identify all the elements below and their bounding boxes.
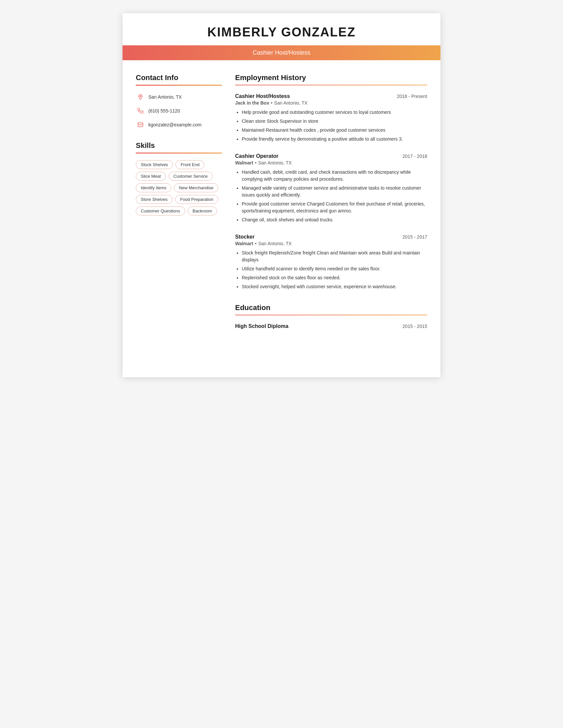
job-bullets-list: Stock freight Replenish/Zone freight Cle… (235, 250, 427, 290)
job-bullet: Replenished stock on the sales floor as … (242, 274, 427, 281)
resume-body: Contact Info San Antonio, TX (122, 60, 441, 329)
employment-section: Employment History Cashier Host/Hostess2… (235, 73, 427, 290)
sidebar: Contact Info San Antonio, TX (136, 73, 222, 329)
employment-divider (235, 85, 427, 85)
email-text: kgonzalez@example.com (148, 122, 202, 127)
contact-section: Contact Info San Antonio, TX (136, 73, 222, 129)
job-bullets-list: Help provide good and outstanding custom… (235, 109, 427, 143)
job-entry: Cashier Operator2017 - 2018Walmart•San A… (235, 153, 427, 223)
location-icon (136, 92, 145, 102)
education-section: Education High School Diploma2015 - 2015 (235, 303, 427, 329)
skill-tag: Front End (175, 160, 204, 169)
job-entry: Cashier Host/Hostess2018 - PresentJack i… (235, 93, 427, 143)
job-header: Stocker2015 - 2017 (235, 234, 427, 240)
contact-section-title: Contact Info (136, 73, 222, 82)
employment-section-title: Employment History (235, 73, 427, 82)
location-text: San Antonio, TX (148, 94, 182, 100)
job-title: Stocker (235, 234, 255, 240)
skills-divider (136, 153, 222, 154)
skill-tag: Store Shelves (136, 195, 172, 204)
resume-header: KIMBERLY GONZALEZ (122, 13, 441, 39)
education-divider (235, 315, 427, 315)
skill-tag: Backroom (188, 206, 217, 215)
phone-icon (136, 106, 145, 115)
skill-tag: Food Preparation (175, 195, 218, 204)
skill-tag: Identify Items (136, 183, 171, 192)
job-company: Jack in the Box•San Antonio, TX (235, 100, 427, 106)
job-title: Cashier Operator (235, 153, 278, 159)
skills-tags-container: Stock ShelvesFront EndSlice MeatCustomer… (136, 160, 222, 215)
skill-tag: Slice Meat (136, 172, 166, 181)
phone-text: (610) 555-1120 (148, 108, 180, 114)
skill-tag: New Merchandise (174, 183, 218, 192)
job-bullet: Help provide good and outstanding custom… (242, 109, 427, 116)
job-bullets-list: Handled cash, debit, credit card, and ch… (235, 169, 427, 223)
jobs-container: Cashier Host/Hostess2018 - PresentJack i… (235, 93, 427, 290)
job-bullet: Utilize handheld scanner to identify ite… (242, 265, 427, 272)
job-dates: 2017 - 2018 (402, 154, 427, 159)
education-degree: High School Diploma (235, 323, 289, 329)
main-content: Employment History Cashier Host/Hostess2… (235, 73, 427, 329)
skills-section: Skills Stock ShelvesFront EndSlice MeatC… (136, 141, 222, 215)
contact-email: kgonzalez@example.com (136, 120, 222, 129)
education-entry: High School Diploma2015 - 2015 (235, 323, 427, 329)
job-header: Cashier Operator2017 - 2018 (235, 153, 427, 159)
job-bullet: Handled cash, debit, credit card, and ch… (242, 169, 427, 183)
skill-tag: Customer Questions (136, 206, 185, 215)
job-entry: Stocker2015 - 2017Walmart•San Antonio, T… (235, 234, 427, 290)
job-header: Cashier Host/Hostess2018 - Present (235, 93, 427, 99)
education-container: High School Diploma2015 - 2015 (235, 323, 427, 329)
svg-rect-1 (138, 123, 143, 127)
job-dates: 2018 - Present (397, 94, 427, 99)
contact-divider (136, 85, 222, 86)
education-dates: 2015 - 2015 (402, 324, 427, 329)
candidate-name: KIMBERLY GONZALEZ (136, 25, 427, 39)
contact-phone: (610) 555-1120 (136, 106, 222, 115)
job-dates: 2015 - 2017 (402, 234, 427, 240)
job-bullet: Provide good customer service Charged Cu… (242, 201, 427, 214)
svg-point-0 (140, 96, 141, 97)
job-company: Walmart•San Antonio, TX (235, 160, 427, 165)
job-bullet: Clean store Stock Supervisor in store (242, 118, 427, 125)
job-company: Walmart•San Antonio, TX (235, 241, 427, 246)
education-section-title: Education (235, 303, 427, 312)
title-bar: Cashier Host/Hostess (122, 45, 441, 60)
job-bullet: Maintained Restaurant health codes , pro… (242, 127, 427, 134)
resume-document: KIMBERLY GONZALEZ Cashier Host/Hostess C… (122, 13, 441, 377)
job-title: Cashier Host/Hostess (235, 93, 290, 99)
candidate-title: Cashier Host/Hostess (253, 49, 310, 56)
email-icon (136, 120, 145, 129)
contact-location: San Antonio, TX (136, 92, 222, 102)
job-bullet: Stocked overnight, helped with customer … (242, 283, 427, 290)
skill-tag: Stock Shelves (136, 160, 173, 169)
job-bullet: Change oil, stock shelves and unload tru… (242, 216, 427, 223)
skills-section-title: Skills (136, 141, 222, 150)
skill-tag: Customer Service (168, 172, 212, 181)
job-bullet: Stock freight Replenish/Zone freight Cle… (242, 250, 427, 263)
job-bullet: Managed wide variety of customer service… (242, 185, 427, 199)
job-bullet: Provide friendly service by demonstratin… (242, 136, 427, 143)
